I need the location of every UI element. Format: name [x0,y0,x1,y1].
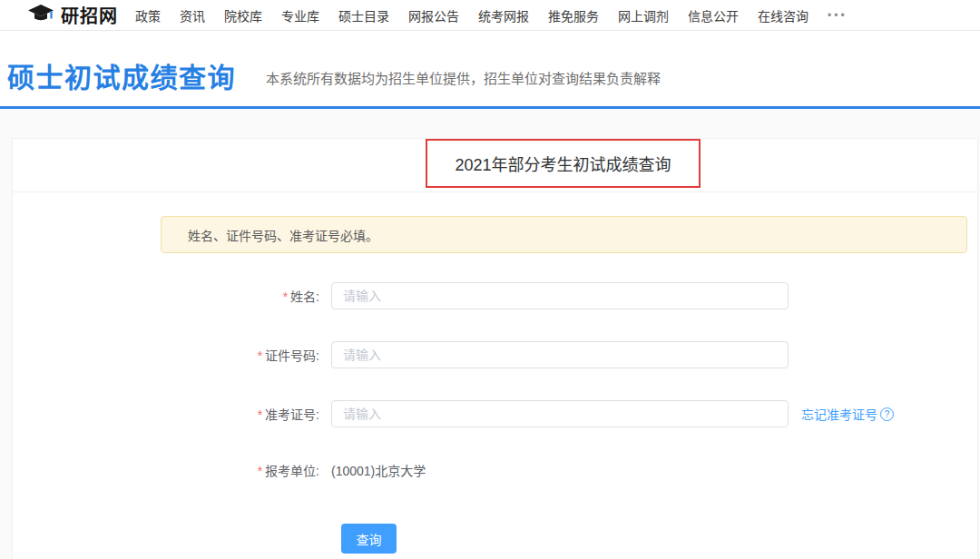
nav-item-exempt-service[interactable]: 推免服务 [548,6,599,25]
nav-item-major-library[interactable]: 专业库 [281,6,319,25]
query-button[interactable]: 查询 [341,524,397,554]
form-row-target-university: *报考单位: (10001)北京大学 [13,461,977,479]
panel-title: 2021年部分考生初试成绩查询 [455,152,671,175]
nav-menu: 政策 资讯 院校库 专业库 硕士目录 网报公告 统考网报 推免服务 网上调剂 信… [135,6,828,25]
required-fields-alert: 姓名、证件号码、准考证号必填。 [161,216,967,253]
form-row-admission-ticket: *准考证号: 忘记准考证号 ? [13,400,977,427]
alert-text: 姓名、证件号码、准考证号必填。 [188,226,378,244]
form-row-name: *姓名: [13,282,977,309]
forgot-ticket-link-text: 忘记准考证号 [801,405,877,423]
nav-item-online-consult[interactable]: 在线咨询 [758,6,808,25]
site-logo[interactable]: 研招网 [27,2,118,28]
graduation-cap-icon [27,4,54,27]
red-highlight-annotation: 2021年部分考生初试成绩查询 [426,139,701,188]
brand-name: 研招网 [61,2,118,28]
nav-item-online-report-notice[interactable]: 网报公告 [408,6,459,25]
nav-more-icon[interactable]: ••• [828,9,848,22]
id-number-label: *证件号码: [13,346,319,364]
nav-item-college-library[interactable]: 院校库 [224,6,262,25]
page-subtitle: 本系统所有数据均为招生单位提供，招生单位对查询结果负责解释 [266,68,661,87]
required-marker: * [258,348,262,363]
page: 研招网 政策 资讯 院校库 专业库 硕士目录 网报公告 统考网报 推免服务 网上… [0,0,980,559]
panel-header: 2021年部分考生初试成绩查询 [13,139,977,192]
target-university-label: *报考单位: [13,461,319,479]
target-university-value: (10001)北京大学 [331,461,426,479]
required-marker: * [258,464,262,478]
question-circle-icon: ? [880,407,894,421]
nav-item-info-disclosure[interactable]: 信息公开 [688,6,739,25]
admission-ticket-input[interactable] [331,400,789,427]
query-panel: 2021年部分考生初试成绩查询 姓名、证件号码、准考证号必填。 *姓名: *证件… [12,138,978,559]
name-input[interactable] [331,282,789,309]
id-number-input[interactable] [331,341,789,368]
forgot-ticket-link[interactable]: 忘记准考证号 ? [801,405,894,423]
top-navbar: 研招网 政策 资讯 院校库 专业库 硕士目录 网报公告 统考网报 推免服务 网上… [0,0,980,31]
form-row-id-number: *证件号码: [13,341,977,368]
required-marker: * [283,289,288,304]
nav-item-unified-exam-report[interactable]: 统考网报 [478,6,529,25]
page-title: 硕士初试成绩查询 [7,55,236,95]
nav-item-master-catalog[interactable]: 硕士目录 [338,6,389,25]
nav-item-news[interactable]: 资讯 [180,6,205,25]
nav-item-online-adjustment[interactable]: 网上调剂 [618,6,669,25]
form-row-submit: 查询 [13,524,977,554]
name-label: *姓名: [13,287,319,305]
score-query-form: *姓名: *证件号码: *准考证号: [13,282,977,554]
nav-item-policy[interactable]: 政策 [135,6,161,25]
admission-ticket-label: *准考证号: [13,405,319,423]
required-marker: * [258,407,262,422]
